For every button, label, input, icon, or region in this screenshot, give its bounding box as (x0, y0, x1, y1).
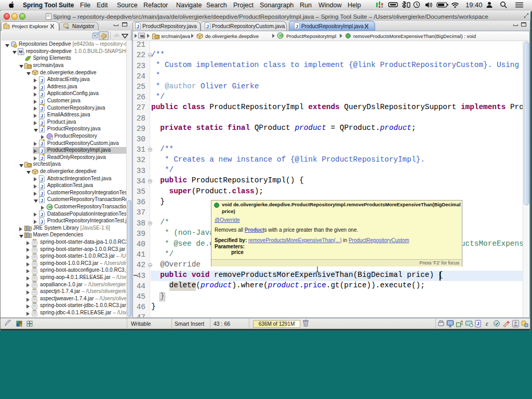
svg-text:J: J (41, 219, 43, 224)
svg-text:J: J (41, 149, 43, 154)
svg-text:J: J (41, 191, 43, 196)
svg-text:ε: ε (486, 320, 488, 327)
svg-text:J: J (41, 120, 43, 125)
svg-text:J: J (41, 184, 43, 189)
svg-text:J: J (296, 23, 298, 29)
svg-text:J: J (41, 212, 43, 217)
svg-text:J: J (41, 106, 43, 111)
svg-text:J: J (41, 155, 43, 161)
svg-text:J: J (41, 141, 43, 147)
svg-text:J: J (41, 127, 43, 132)
svg-text:S: S (143, 35, 145, 38)
svg-text:J: J (41, 177, 43, 182)
svg-text:J: J (206, 23, 209, 29)
svg-text:J: J (41, 78, 43, 83)
svg-text:J: J (41, 198, 43, 203)
svg-text:J: J (41, 92, 43, 97)
svg-text:J: J (41, 99, 43, 104)
svg-text:J: J (41, 85, 43, 90)
svg-text:J: J (41, 113, 43, 118)
svg-text:J: J (477, 321, 480, 326)
svg-text:J: J (137, 23, 139, 29)
